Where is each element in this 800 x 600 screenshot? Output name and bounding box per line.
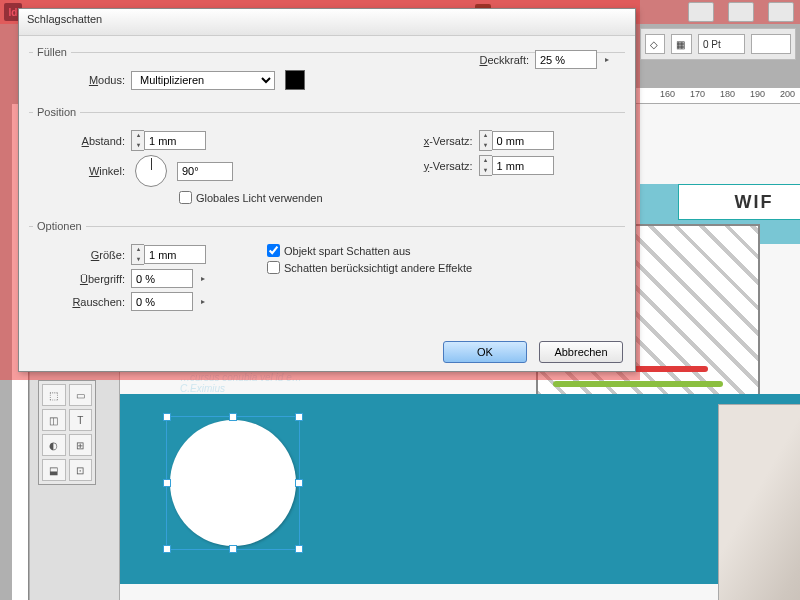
selection-handles[interactable] [166,416,300,550]
stroke-icon[interactable]: ◇ [645,34,665,54]
distance-spinner[interactable]: ▴▾ [131,130,206,151]
x-offset-input[interactable] [492,131,554,150]
y-offset-input[interactable] [492,156,554,175]
view-btn-1[interactable] [688,2,714,22]
distance-input[interactable] [144,131,206,150]
size-spinner[interactable]: ▴▾ [131,244,206,265]
opacity-input[interactable] [535,50,597,69]
dialog-title: Schlagschatten [19,9,635,36]
cancel-button[interactable]: Abbrechen [539,341,623,363]
options-group: Optionen Größe:▴▾ Übergriff:▸ Rauschen:▸… [29,220,625,317]
mode-select[interactable]: Multiplizieren [131,71,275,90]
tool-d[interactable]: T [69,409,93,431]
tool-e[interactable]: ◐ [42,434,66,456]
y-offset-label: y-Versatz: [403,160,473,172]
position-legend: Position [33,106,80,118]
control-strip: ◇ ▦ 0 Pt [640,28,796,60]
noise-popup-icon[interactable]: ▸ [199,296,207,308]
color-swatch[interactable] [285,70,305,90]
options-legend: Optionen [33,220,86,232]
opacity-label: Deckkraft: [479,54,529,66]
fill-legend: Füllen [33,46,71,58]
quote-text: …cursus conubia vel id e… C.Eximius [180,372,302,394]
headline-box: WIF [678,184,800,220]
fill-icon[interactable]: ▦ [671,34,691,54]
drop-shadow-dialog: Schlagschatten Füllen Modus: Multiplizie… [18,8,636,372]
noise-input[interactable] [131,292,193,311]
x-offset-label: x-Versatz: [403,135,473,147]
y-offset-spinner[interactable]: ▴▾ [479,155,554,176]
angle-label: Winkel: [33,165,125,177]
angle-dial[interactable] [135,155,167,187]
fill-group: Füllen Modus: Multiplizieren Deckkraft: … [29,46,625,96]
distance-label: Abstand: [33,135,125,147]
angle-input[interactable] [177,162,233,181]
noise-label: Rauschen: [33,296,125,308]
tool-f[interactable]: ⊞ [69,434,93,456]
tool-h[interactable]: ⊡ [69,459,93,481]
ok-button[interactable]: OK [443,341,527,363]
mode-label: Modus: [33,74,125,86]
tool-b[interactable]: ▭ [69,384,93,406]
stroke-weight[interactable]: 0 Pt [698,34,745,54]
tools-panel: ⬚▭ ◫T ◐⊞ ⬓⊡ [38,380,96,485]
spread-popup-icon[interactable]: ▸ [199,273,207,285]
stroke-style[interactable] [751,34,791,54]
knockout-check[interactable]: Objekt spart Schatten aus [267,244,411,257]
size-label: Größe: [33,249,125,261]
honor-effects-check[interactable]: Schatten berücksichtigt andere Effekte [267,261,472,274]
position-group: Position Abstand: ▴▾ Winkel: Globales Li… [29,106,625,210]
view-btn-3[interactable] [768,2,794,22]
selected-ellipse[interactable] [170,420,296,546]
view-btn-2[interactable] [728,2,754,22]
top-right-tools [688,0,794,24]
tool-g[interactable]: ⬓ [42,459,66,481]
spread-label: Übergriff: [33,273,125,285]
opacity-popup-icon[interactable]: ▸ [603,54,611,66]
tool-a[interactable]: ⬚ [42,384,66,406]
x-offset-spinner[interactable]: ▴▾ [479,130,554,151]
tool-c[interactable]: ◫ [42,409,66,431]
global-light-check[interactable]: Globales Licht verwenden [179,191,323,204]
spread-input[interactable] [131,269,193,288]
photo-frame [718,404,800,600]
size-input[interactable] [144,245,206,264]
